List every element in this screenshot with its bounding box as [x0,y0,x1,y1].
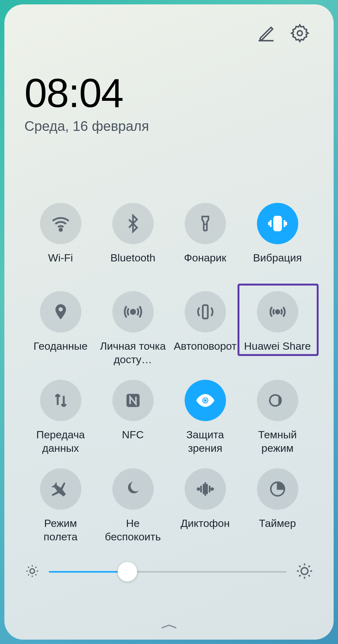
svg-point-8 [203,399,207,402]
vibration-icon [257,203,298,244]
svg-point-0 [297,31,302,36]
tile-recorder[interactable]: Диктофон [169,468,241,543]
tile-wifi[interactable]: Wi-Fi [24,203,97,277]
svg-point-14 [301,568,308,574]
svg-point-1 [59,229,62,231]
tile-label: NFC [122,428,144,454]
eye-icon [185,380,226,421]
huawei-share-icon [257,291,298,332]
tile-label: Wi-Fi [48,251,73,277]
tile-label: Режим полета [26,517,95,543]
tile-data[interactable]: Передача данных [24,380,97,455]
timer-icon [257,468,298,510]
flashlight-icon [185,203,226,244]
tile-label: Huawei Share [244,339,311,366]
location-icon [40,291,81,332]
tile-label: Геоданные [33,339,88,366]
tile-airplane[interactable]: Режим полета [24,468,97,543]
tile-bluetooth[interactable]: Bluetooth [97,203,169,277]
clock-date: Среда, 16 февраля [24,118,314,134]
tile-eye-comfort[interactable]: Защита зрения [169,380,241,455]
data-icon [40,380,81,421]
svg-point-11 [211,488,213,490]
svg-point-13 [30,569,35,574]
brightness-row [24,562,314,581]
nfc-icon [112,380,154,421]
svg-rect-3 [274,217,281,230]
tile-label: Передача данных [26,428,95,455]
tile-vibration[interactable]: Вибрация [241,203,314,277]
tile-label: Не беспокоить [99,517,167,543]
tile-location[interactable]: Геоданные [24,291,97,366]
settings-button[interactable] [290,23,310,44]
moon-icon [112,468,154,510]
svg-point-6 [276,310,279,314]
hotspot-icon [112,291,154,332]
tile-label: Личная точка досту… [99,339,167,366]
tile-timer[interactable]: Таймер [241,468,314,543]
tile-label: Диктофон [181,517,230,543]
tiles-grid: Wi-Fi Bluetooth Фонарик [24,203,314,543]
svg-rect-5 [203,305,208,319]
tile-autorotate[interactable]: Автоповорот [169,291,241,366]
slider-thumb[interactable] [118,562,137,581]
tile-label: Bluetooth [110,251,156,277]
slider-track [49,571,287,573]
brightness-high-icon[interactable] [295,562,314,581]
tile-dnd[interactable]: Не беспокоить [97,468,169,543]
tile-dark-mode[interactable]: Темный режим [241,380,314,455]
tile-label: Темный режим [243,428,312,455]
tile-label: Защита зрения [171,428,240,455]
recorder-icon [185,468,226,510]
clock-time: 08:04 [24,73,314,113]
slider-fill [49,571,127,573]
tile-label: Таймер [259,517,296,543]
wifi-icon [40,203,81,244]
toolbar [24,23,314,44]
tile-label: Фонарик [184,251,226,277]
dark-mode-icon [257,380,298,421]
svg-point-4 [131,310,135,314]
autorotate-icon [185,291,226,332]
airplane-icon [40,468,81,510]
svg-point-10 [197,488,199,490]
tile-huawei-share[interactable]: Huawei Share [241,291,314,366]
tile-hotspot[interactable]: Личная точка досту… [97,291,169,366]
edit-button[interactable] [256,23,276,44]
brightness-low-icon[interactable] [24,563,40,580]
tile-label: Вибрация [253,251,302,277]
drag-handle[interactable] [160,623,178,631]
brightness-slider[interactable] [49,565,287,578]
tile-flashlight[interactable]: Фонарик [169,203,241,277]
quick-settings-panel: 08:04 Среда, 16 февраля Wi-Fi Bluetooth [4,4,334,640]
tile-label: Автоповорот [174,339,237,366]
tile-nfc[interactable]: NFC [97,380,169,455]
bluetooth-icon [112,203,154,244]
